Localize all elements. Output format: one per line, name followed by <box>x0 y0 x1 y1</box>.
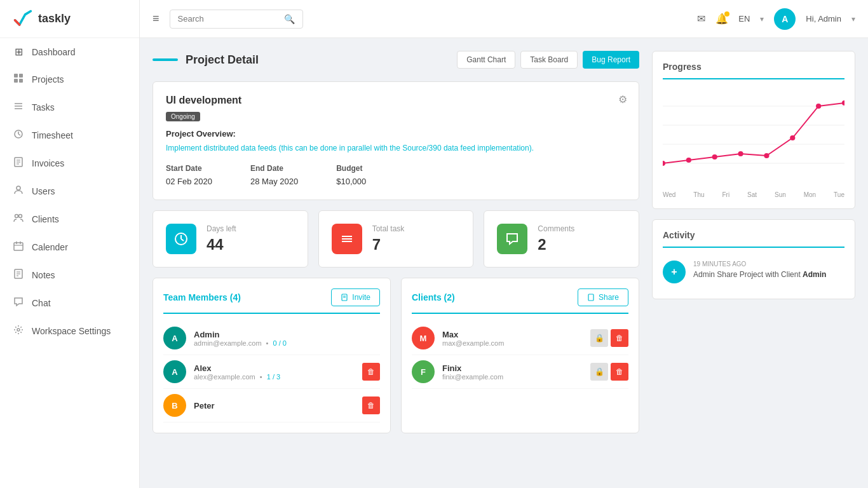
member-info-alex: Alex alex@example.com • 1 / 3 <box>194 363 355 381</box>
team-card-title: Team Members (4) <box>163 292 241 302</box>
svg-line-28 <box>181 239 184 241</box>
client-actions-finix: 🔒 🗑 <box>590 363 628 381</box>
svg-point-25 <box>17 329 20 331</box>
project-settings-icon[interactable]: ⚙ <box>618 93 627 105</box>
chart-labels: Wed Thu Fri Sat Sun Mon Tue <box>663 191 844 198</box>
notif-dot <box>724 11 729 17</box>
svg-point-45 <box>790 135 795 140</box>
project-status-badge: Ongoing <box>166 112 200 121</box>
member-peter: B Peter 🗑 <box>163 389 380 423</box>
timesheet-icon <box>13 129 24 142</box>
delete-member-alex-button[interactable]: 🗑 <box>362 363 380 381</box>
comments-icon <box>497 224 527 254</box>
page-header: Project Detail Gantt Chart Task Board Bu… <box>153 51 639 69</box>
sidebar-item-dashboard[interactable]: ⊞ Dashboard <box>0 38 139 65</box>
page-title: Project Detail <box>186 53 259 67</box>
lock-client-max-button[interactable]: 🔒 <box>590 329 608 347</box>
stat-info-days: Days left 44 <box>207 224 236 254</box>
delete-client-finix-button[interactable]: 🗑 <box>611 363 628 381</box>
sidebar-label-dashboard: Dashboard <box>32 47 76 57</box>
svg-point-43 <box>738 151 743 156</box>
activity-card: Activity + 19 MINUTES AGO Admin Share Pr… <box>652 219 855 299</box>
projects-icon <box>13 73 24 86</box>
sidebar-item-workspace[interactable]: Workspace Settings <box>0 317 139 345</box>
svg-point-46 <box>816 104 821 109</box>
delete-client-max-button[interactable]: 🗑 <box>611 329 628 347</box>
chart-label-wed: Wed <box>663 191 675 198</box>
progress-title: Progress <box>663 62 844 79</box>
search-icon: 🔍 <box>284 14 295 24</box>
clients-card-title: Clients (2) <box>412 292 455 302</box>
sidebar-item-invoices[interactable]: Invoices <box>0 149 139 177</box>
gantt-chart-button[interactable]: Gantt Chart <box>457 51 515 69</box>
svg-point-42 <box>712 154 717 159</box>
clients-card-header: Clients (2) Share <box>412 288 628 314</box>
sidebar-label-projects: Projects <box>32 74 64 85</box>
progress-card: Progress <box>652 51 855 209</box>
clients-card: Clients (2) Share M Max max@example.com <box>401 278 639 433</box>
workspace-icon <box>13 325 24 337</box>
mail-icon[interactable]: ✉ <box>697 13 705 25</box>
content-area: Project Detail Gantt Chart Task Board Bu… <box>140 38 868 488</box>
member-name-alex: Alex <box>194 363 355 373</box>
sidebar-label-clients: Clients <box>32 214 59 224</box>
activity-text-0: Admin Share Project with Client Admin <box>693 269 826 280</box>
chart-label-fri: Fri <box>722 191 729 198</box>
dashboard-icon: ⊞ <box>13 46 24 58</box>
sidebar-item-notes[interactable]: Notes <box>0 261 139 289</box>
header-buttons: Gantt Chart Task Board Bug Report <box>457 51 639 69</box>
share-button[interactable]: Share <box>578 288 628 306</box>
lang-chevron: ▾ <box>760 15 764 24</box>
project-name: UI development <box>166 95 626 106</box>
delete-member-peter-button[interactable]: 🗑 <box>362 396 380 414</box>
project-overview-text: Implement distributed data feeds (this c… <box>166 142 626 154</box>
client-avatar-finix: F <box>412 360 435 383</box>
user-avatar[interactable]: A <box>774 8 796 30</box>
notification-icon[interactable]: 🔔 <box>715 13 728 25</box>
users-icon <box>13 185 24 198</box>
sidebar-item-clients[interactable]: Clients <box>0 205 139 233</box>
days-left-value: 44 <box>207 236 236 254</box>
progress-chart <box>663 87 844 189</box>
logo-icon <box>13 9 33 29</box>
chart-label-thu: Thu <box>693 191 704 198</box>
meta-budget: Budget $10,000 <box>336 164 366 187</box>
sidebar-item-calender[interactable]: Calender <box>0 233 139 261</box>
sidebar-item-chat[interactable]: Chat <box>0 289 139 317</box>
days-left-icon <box>166 224 196 254</box>
chart-label-sun: Sun <box>775 191 786 198</box>
language-selector[interactable]: EN <box>738 14 750 24</box>
budget-value: $10,000 <box>336 177 366 186</box>
sidebar-item-timesheet[interactable]: Timesheet <box>0 121 139 149</box>
sidebar-item-users[interactable]: Users <box>0 177 139 205</box>
client-name-max: Max <box>442 330 583 339</box>
days-left-label: Days left <box>207 224 236 233</box>
member-actions-alex: 🗑 <box>362 363 380 381</box>
invite-button[interactable]: Invite <box>331 288 380 306</box>
stat-info-tasks: Total task 7 <box>372 224 405 254</box>
hamburger-icon[interactable]: ≡ <box>153 12 159 25</box>
svg-point-15 <box>15 215 18 218</box>
comments-value: 2 <box>538 236 574 254</box>
sidebar-label-calender: Calender <box>32 242 68 252</box>
lock-client-finix-button[interactable]: 🔒 <box>590 363 608 381</box>
user-label[interactable]: Hi, Admin <box>806 14 841 24</box>
sidebar-item-projects[interactable]: Projects <box>0 65 139 93</box>
member-name-admin: Admin <box>194 330 380 339</box>
bug-report-button[interactable]: Bug Report <box>583 51 639 69</box>
team-members-card: Team Members (4) Invite A Admin admin@ex… <box>153 278 391 433</box>
stats-row: Days left 44 Total task 7 <box>153 210 639 268</box>
budget-label: Budget <box>336 164 366 173</box>
search-input[interactable] <box>178 14 279 24</box>
meta-start-date: Start Date 02 Feb 2020 <box>166 164 212 187</box>
comments-label: Comments <box>538 224 574 233</box>
topbar: ≡ 🔍 ✉ 🔔 EN ▾ A Hi, Admin ▾ <box>140 0 868 38</box>
client-avatar-max: M <box>412 327 435 349</box>
sidebar-label-chat: Chat <box>32 298 51 308</box>
sidebar-item-tasks[interactable]: Tasks <box>0 93 139 121</box>
stat-card-days: Days left 44 <box>153 210 308 268</box>
task-board-button[interactable]: Task Board <box>520 51 578 69</box>
chat-icon <box>13 297 24 309</box>
activity-avatar-0: + <box>663 261 686 283</box>
client-finix: F Finix finix@example.com 🔒 🗑 <box>412 355 628 389</box>
